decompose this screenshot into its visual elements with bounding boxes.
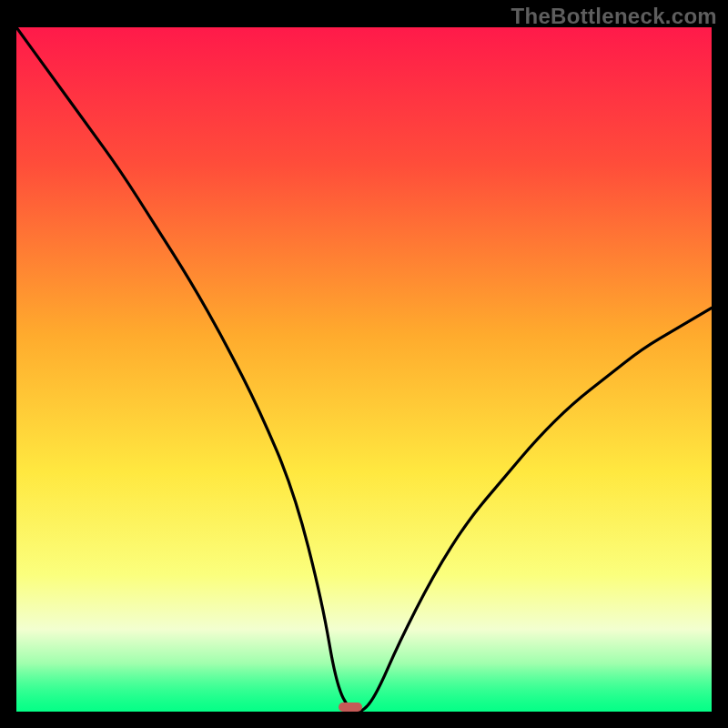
plot-area xyxy=(16,27,712,712)
watermark-text: TheBottleneck.com xyxy=(511,4,717,29)
bottleneck-curve xyxy=(16,27,712,712)
optimal-marker xyxy=(339,703,362,712)
chart-frame: TheBottleneck.com xyxy=(0,0,728,728)
